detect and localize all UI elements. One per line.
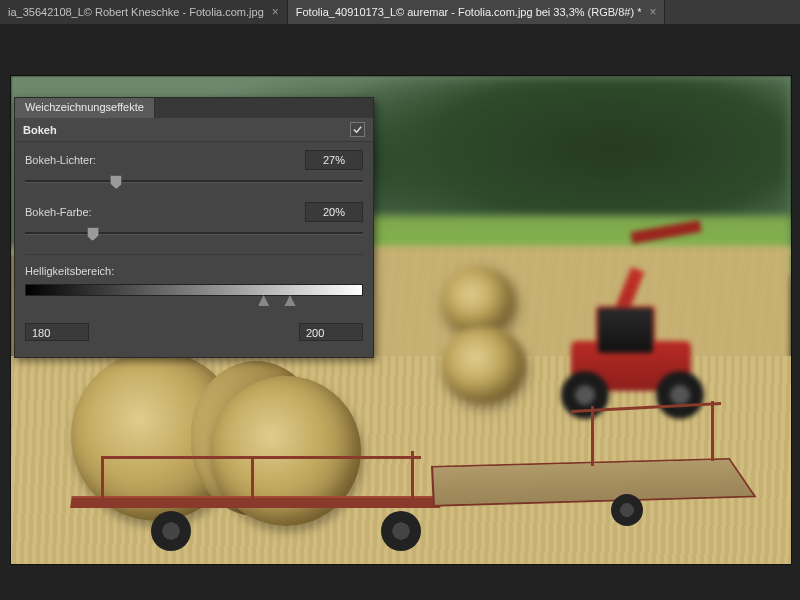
photo-haybale (441, 326, 526, 404)
gradient-track (25, 284, 363, 296)
slider-track (25, 180, 363, 183)
range-thumb-high[interactable] (284, 295, 296, 307)
panel-tab[interactable]: Weichzeichnungseffekte (15, 98, 155, 118)
tab-label: Fotolia_40910173_L© auremar - Fotolia.co… (296, 6, 642, 18)
close-icon[interactable]: × (272, 5, 279, 19)
photo-trailer (71, 456, 751, 546)
document-tabbar: ia_35642108_L© Robert Kneschke - Fotolia… (0, 0, 800, 25)
document-tab[interactable]: Fotolia_40910173_L© auremar - Fotolia.co… (288, 0, 666, 24)
bokeh-color-slider[interactable] (25, 226, 363, 240)
separator (25, 254, 363, 255)
slider-label: Bokeh-Farbe: (25, 206, 92, 218)
bokeh-light-control: Bokeh-Lichter: 27% (25, 150, 363, 188)
slider-value-input[interactable]: 27% (305, 150, 363, 170)
slider-thumb[interactable] (87, 227, 99, 241)
panel-body: Bokeh-Lichter: 27% Bokeh-Farbe: 20% (15, 142, 373, 357)
document-tab[interactable]: ia_35642108_L© Robert Kneschke - Fotolia… (0, 0, 288, 24)
slider-value-input[interactable]: 20% (305, 202, 363, 222)
canvas-area: Weichzeichnungseffekte Bokeh Bokeh-Licht… (0, 25, 800, 600)
range-high-input[interactable]: 200 (299, 323, 363, 341)
range-thumb-low[interactable] (258, 295, 270, 307)
panel-section-header[interactable]: Bokeh (15, 118, 373, 142)
section-checkbox[interactable] (350, 122, 365, 137)
slider-thumb[interactable] (110, 175, 122, 189)
bokeh-color-control: Bokeh-Farbe: 20% (25, 202, 363, 240)
section-title: Bokeh (23, 124, 57, 136)
brightness-range-control: Helligkeitsbereich: 180 200 (25, 265, 363, 341)
tab-label: ia_35642108_L© Robert Kneschke - Fotolia… (8, 6, 264, 18)
check-icon (352, 124, 363, 135)
range-low-input[interactable]: 180 (25, 323, 89, 341)
photo-tractor (541, 251, 751, 421)
blur-effects-panel: Weichzeichnungseffekte Bokeh Bokeh-Licht… (14, 97, 374, 358)
slider-track (25, 232, 363, 235)
slider-label: Bokeh-Lichter: (25, 154, 96, 166)
bokeh-light-slider[interactable] (25, 174, 363, 188)
panel-tab-row: Weichzeichnungseffekte (15, 98, 373, 118)
range-label: Helligkeitsbereich: (25, 265, 114, 277)
brightness-range-slider[interactable] (25, 281, 363, 307)
close-icon[interactable]: × (649, 5, 656, 19)
